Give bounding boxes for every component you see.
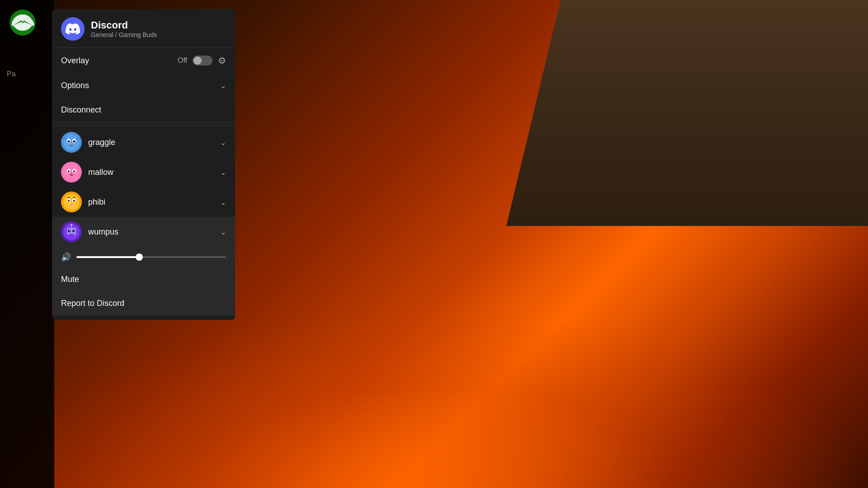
user-row-phibi[interactable]: phibi ⌄: [52, 187, 235, 217]
panel-header: Discord General / Gaming Buds: [52, 9, 235, 48]
disconnect-row[interactable]: Disconnect: [52, 98, 235, 122]
wumpus-chevron-icon: ⌄: [220, 228, 226, 236]
options-row[interactable]: Options ⌄: [52, 74, 235, 98]
svg-point-20: [63, 194, 80, 210]
report-button[interactable]: Report to Discord: [52, 291, 235, 315]
options-chevron-icon: ⌄: [220, 81, 226, 90]
divider: [52, 125, 235, 126]
phibi-chevron-icon: ⌄: [220, 198, 226, 206]
svg-point-18: [75, 173, 78, 174]
svg-point-7: [71, 144, 72, 145]
svg-point-24: [73, 200, 75, 202]
svg-point-14: [68, 170, 70, 172]
svg-point-16: [71, 174, 72, 175]
discord-logo-icon: [61, 17, 85, 41]
user-row-left-wumpus: wumpus: [61, 221, 118, 242]
svg-point-26: [70, 204, 73, 206]
user-row-wumpus[interactable]: wumpus ⌄: [52, 217, 235, 247]
sidebar-text-1: Pa: [7, 70, 16, 78]
toggle-thumb: [193, 56, 202, 65]
svg-point-31: [72, 230, 75, 232]
svg-point-11: [63, 164, 80, 180]
avatar-wumpus-inner: [61, 221, 82, 242]
avatar-graggle: [61, 132, 82, 153]
svg-point-15: [73, 170, 75, 172]
user-row-left-graggle: graggle: [61, 132, 115, 153]
mute-label: Mute: [61, 275, 79, 284]
overlay-row: Overlay Off ⚙: [52, 48, 235, 74]
wumpus-expanded-section: wumpus ⌄ 🔊 Mute Report to Discord: [52, 217, 235, 315]
svg-point-35: [71, 224, 72, 225]
svg-point-2: [63, 134, 80, 150]
user-name-phibi: phibi: [88, 197, 105, 207]
discord-panel: Discord General / Gaming Buds Overlay Of…: [52, 9, 235, 320]
app-subtitle: General / Gaming Buds: [91, 31, 157, 38]
avatar-wumpus: [61, 221, 82, 242]
gear-icon[interactable]: ⚙: [218, 55, 226, 66]
avatar-graggle-inner: [61, 132, 82, 153]
options-label: Options: [61, 81, 89, 90]
user-row-left-phibi: phibi: [61, 192, 105, 212]
user-name-mallow: mallow: [88, 168, 113, 177]
avatar-phibi: [61, 192, 82, 212]
disconnect-label: Disconnect: [61, 105, 101, 115]
sidebar-content: Pa: [7, 70, 16, 101]
svg-point-32: [69, 230, 70, 231]
svg-point-33: [74, 230, 75, 231]
overlay-status: Off: [178, 56, 187, 65]
overlay-toggle[interactable]: [193, 56, 212, 66]
lava-glow: [0, 307, 868, 488]
stone-wall: [506, 0, 868, 226]
user-name-wumpus: wumpus: [88, 227, 118, 237]
avatar-mallow-inner: [61, 162, 82, 183]
volume-slider-thumb[interactable]: [136, 253, 143, 261]
panel-header-text: Discord General / Gaming Buds: [91, 19, 157, 38]
report-label: Report to Discord: [61, 299, 124, 308]
svg-point-6: [73, 141, 75, 143]
mallow-chevron-icon: ⌄: [220, 168, 226, 177]
svg-point-5: [68, 141, 70, 143]
volume-row: 🔊: [52, 247, 235, 267]
mute-button[interactable]: Mute: [52, 267, 235, 291]
xbox-logo[interactable]: [9, 9, 36, 36]
overlay-label: Overlay: [61, 56, 89, 66]
svg-point-17: [65, 173, 68, 174]
user-row-graggle[interactable]: graggle ⌄: [52, 127, 235, 157]
volume-icon: 🔊: [61, 252, 71, 262]
volume-slider-fill: [76, 256, 139, 258]
svg-point-23: [68, 200, 70, 202]
graggle-chevron-icon: ⌄: [220, 138, 226, 147]
volume-slider-track[interactable]: [76, 256, 226, 258]
overlay-controls: Off ⚙: [178, 55, 226, 66]
svg-point-30: [68, 230, 71, 232]
user-row-left-mallow: mallow: [61, 162, 113, 183]
user-name-graggle: graggle: [88, 138, 115, 147]
user-row-mallow[interactable]: mallow ⌄: [52, 157, 235, 187]
app-title: Discord: [91, 19, 157, 31]
avatar-phibi-inner: [61, 192, 82, 212]
avatar-mallow: [61, 162, 82, 183]
